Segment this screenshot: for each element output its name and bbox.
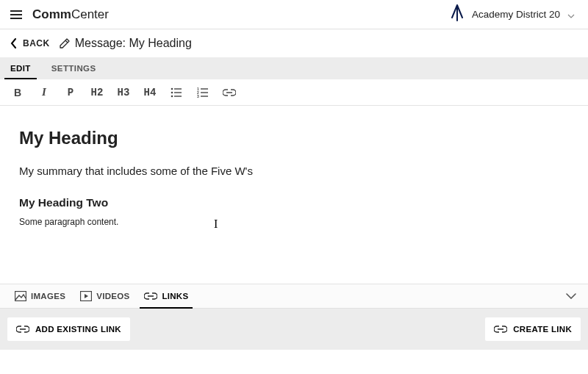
media-tab-links-label: LINKS (162, 292, 188, 301)
svg-point-0 (171, 87, 173, 90)
back-button[interactable]: BACK (10, 38, 50, 48)
chevron-left-icon (10, 38, 17, 48)
link-icon (16, 326, 29, 333)
video-icon (80, 291, 92, 301)
footer-blank (0, 350, 588, 374)
link-icon (494, 326, 507, 333)
page-title-wrap: Message: My Heading (59, 37, 192, 50)
add-existing-link-button[interactable]: ADD EXISTING LINK (7, 317, 130, 341)
doc-paragraph[interactable]: Some paragraph content. (19, 217, 569, 227)
h3-button[interactable]: H3 (113, 82, 134, 103)
back-label: BACK (23, 38, 50, 48)
pencil-icon (59, 37, 71, 49)
svg-rect-5 (174, 96, 182, 96)
app-top-bar: CommCenter Academy District 20 (0, 0, 588, 29)
add-existing-link-label: ADD EXISTING LINK (35, 325, 121, 334)
svg-rect-1 (174, 88, 182, 89)
tab-settings-label: SETTINGS (51, 64, 96, 73)
bullet-list-button[interactable] (166, 82, 187, 103)
brand-light: Center (71, 7, 109, 21)
tab-edit[interactable]: EDIT (0, 57, 41, 79)
chevron-down-icon (566, 293, 576, 299)
media-tabs: IMAGES VIDEOS LINKS (0, 284, 588, 309)
bottom-action-bar: ADD EXISTING LINK CREATE LINK (0, 309, 588, 350)
page-title: Message: My Heading (75, 37, 192, 50)
h2-button[interactable]: H2 (87, 82, 107, 103)
svg-rect-11 (201, 96, 208, 96)
link-icon (144, 292, 157, 300)
media-tab-links[interactable]: LINKS (137, 284, 196, 308)
svg-text:3: 3 (197, 94, 199, 98)
create-link-label: CREATE LINK (513, 325, 572, 334)
collapse-panel-button[interactable] (562, 284, 581, 308)
page-subheader: BACK Message: My Heading (0, 29, 588, 57)
menu-icon[interactable] (7, 7, 25, 22)
media-tab-images-label: IMAGES (31, 292, 65, 301)
create-link-button[interactable]: CREATE LINK (485, 317, 581, 341)
format-toolbar: B I P H2 H3 H4 123 (0, 79, 588, 106)
app-brand: CommCenter (32, 7, 109, 22)
link-button[interactable] (219, 82, 240, 103)
tab-edit-label: EDIT (10, 64, 31, 73)
editor-canvas[interactable]: My Heading My summary that includes some… (0, 106, 588, 284)
ordered-list-button[interactable]: 123 (193, 82, 213, 103)
paragraph-button[interactable]: P (60, 82, 81, 103)
svg-point-2 (171, 91, 173, 93)
org-logo-icon (450, 4, 465, 25)
svg-rect-9 (201, 92, 208, 93)
edit-settings-tabs: EDIT SETTINGS (0, 57, 588, 79)
org-name: Academy District 20 (472, 9, 560, 20)
svg-point-4 (171, 95, 173, 97)
tab-settings[interactable]: SETTINGS (41, 57, 107, 79)
doc-heading-1[interactable]: My Heading (19, 128, 569, 148)
media-tab-images[interactable]: IMAGES (7, 284, 73, 308)
h4-button[interactable]: H4 (140, 82, 160, 103)
svg-rect-7 (201, 88, 208, 89)
svg-rect-3 (174, 92, 182, 93)
media-tab-videos-label: VIDEOS (96, 292, 129, 301)
doc-heading-2[interactable]: My Heading Two (19, 196, 569, 209)
italic-button[interactable]: I (34, 82, 54, 103)
image-icon (15, 291, 26, 301)
chevron-down-icon (567, 8, 575, 21)
media-tab-videos[interactable]: VIDEOS (73, 284, 137, 308)
org-selector[interactable]: Academy District 20 (450, 4, 581, 25)
doc-summary[interactable]: My summary that includes some of the Fiv… (19, 165, 569, 177)
bold-button[interactable]: B (7, 82, 28, 103)
brand-strong: Comm (32, 7, 71, 21)
